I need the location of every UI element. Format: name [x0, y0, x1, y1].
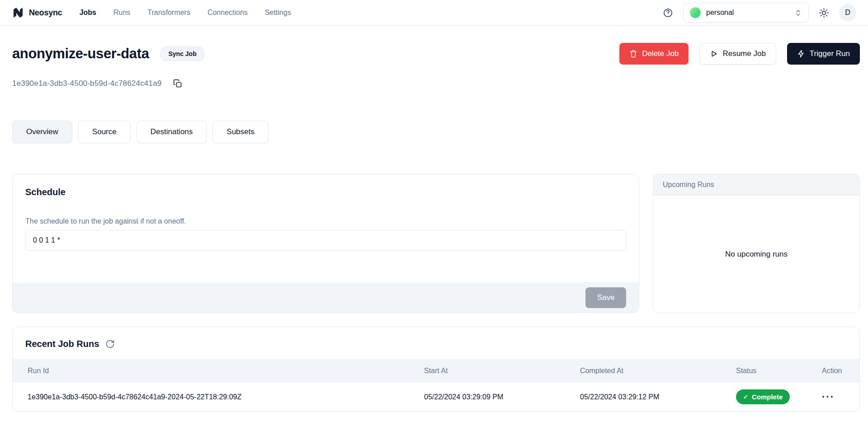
tab-destinations[interactable]: Destinations — [137, 121, 207, 143]
job-tabs: Overview Source Destinations Subsets — [12, 121, 860, 143]
column-start-at: Start At — [424, 367, 580, 375]
top-navigation: Neosync Jobs Runs Transformers Connectio… — [0, 0, 868, 26]
recent-job-runs-card: Recent Job Runs Run Id Start At Complete… — [12, 327, 860, 412]
trigger-run-label: Trigger Run — [810, 49, 850, 58]
nav-item-settings[interactable]: Settings — [265, 9, 291, 17]
header-actions: Delete Job Resume Job Trigger Run — [619, 43, 860, 65]
zap-icon — [797, 50, 805, 58]
user-avatar[interactable]: D — [839, 4, 856, 21]
trash-icon — [629, 50, 637, 58]
job-id-row: 1e390e1a-3db3-4500-b59d-4c78624c41a9 — [12, 79, 860, 88]
delete-job-button[interactable]: Delete Job — [619, 43, 689, 65]
resume-job-button[interactable]: Resume Job — [699, 43, 776, 65]
status-label: Complete — [752, 393, 783, 401]
schedule-card: Schedule The schedule to run the job aga… — [12, 174, 639, 313]
cell-run-id: 1e390e1a-3db3-4500-b59d-4c78624c41a9-202… — [13, 393, 424, 401]
tab-subsets[interactable]: Subsets — [212, 121, 268, 143]
nav-item-connections[interactable]: Connections — [208, 9, 248, 17]
column-action: Action — [822, 367, 859, 375]
column-status: Status — [736, 367, 822, 375]
table-row: 1e390e1a-3db3-4500-b59d-4c78624c41a9-202… — [13, 383, 859, 412]
brand-name: Neosync — [29, 8, 62, 18]
schedule-description: The schedule to run the job against if n… — [25, 217, 626, 225]
resume-job-label: Resume Job — [722, 49, 765, 58]
workspace-avatar — [690, 7, 701, 18]
row-actions-ellipsis-icon[interactable]: ··· — [822, 392, 835, 402]
page-header: anonymize-user-data Sync Job Delete Job — [12, 43, 860, 65]
cron-schedule-input[interactable] — [25, 230, 626, 251]
cell-start-at: 05/22/2024 03:29:09 PM — [424, 393, 580, 401]
play-icon — [710, 50, 718, 58]
schedule-card-footer: Save — [13, 282, 639, 313]
check-icon: ✓ — [743, 393, 748, 400]
copy-icon[interactable] — [173, 79, 182, 88]
recent-runs-title: Recent Job Runs — [25, 339, 99, 349]
brand[interactable]: Neosync — [12, 6, 62, 19]
trigger-run-button[interactable]: Trigger Run — [787, 43, 860, 65]
delete-job-label: Delete Job — [642, 49, 679, 58]
tab-overview[interactable]: Overview — [12, 121, 72, 143]
tab-source[interactable]: Source — [78, 121, 131, 143]
theme-toggle-sun-icon[interactable] — [819, 8, 829, 18]
nav-item-transformers[interactable]: Transformers — [147, 9, 190, 17]
nav-links: Jobs Runs Transformers Connections Setti… — [80, 9, 291, 17]
page-content: anonymize-user-data Sync Job Delete Job — [0, 43, 868, 412]
refresh-icon[interactable] — [105, 339, 115, 349]
nav-right-cluster: personal D — [663, 3, 856, 23]
neosync-logo-icon — [12, 6, 24, 19]
column-completed-at: Completed At — [580, 367, 736, 375]
workspace-selector[interactable]: personal — [683, 3, 809, 23]
cell-completed-at: 05/22/2024 03:29:12 PM — [580, 393, 736, 401]
table-header-row: Run Id Start At Completed At Status Acti… — [13, 359, 859, 383]
upcoming-runs-empty-message: No upcoming runs — [653, 196, 859, 313]
page-title: anonymize-user-data — [12, 46, 149, 62]
schedule-title: Schedule — [25, 187, 626, 197]
nav-item-runs[interactable]: Runs — [113, 9, 130, 17]
job-type-badge: Sync Job — [160, 47, 204, 61]
workspace-name: personal — [706, 9, 789, 17]
chevron-up-down-icon — [794, 9, 802, 17]
save-button[interactable]: Save — [585, 287, 626, 308]
upcoming-runs-header: Upcoming Runs — [653, 174, 859, 196]
job-id: 1e390e1a-3db3-4500-b59d-4c78624c41a9 — [12, 79, 161, 88]
overview-cards-row: Schedule The schedule to run the job aga… — [12, 174, 860, 313]
column-run-id: Run Id — [13, 367, 424, 375]
nav-item-jobs[interactable]: Jobs — [80, 9, 96, 17]
status-badge: ✓ Complete — [736, 389, 790, 404]
help-icon[interactable] — [663, 8, 673, 18]
upcoming-runs-card: Upcoming Runs No upcoming runs — [653, 174, 860, 313]
